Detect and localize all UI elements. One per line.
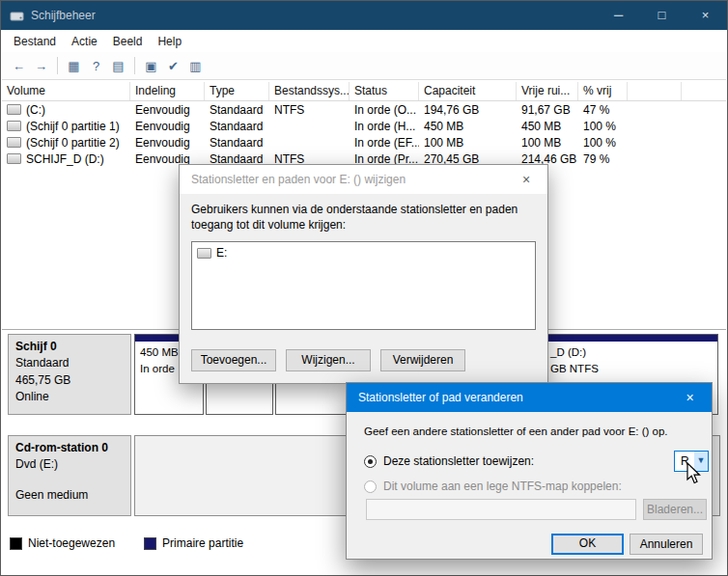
table-row[interactable]: (C:) Eenvoudig Standaard NTFS In orde (O… [2,101,726,118]
mount-path-input[interactable] [366,499,636,520]
cell-indeling: Eenvoudig [130,120,205,133]
cell-capaciteit: 450 MB [419,120,517,133]
minimize-button[interactable]: ─ [597,1,640,30]
toolbar-separator [134,57,135,74]
check-disk-icon[interactable]: ✔ [162,55,184,76]
column-header-vrije-ruimte[interactable]: Vrije rui... [517,82,578,100]
browse-button[interactable]: Bladeren... [643,499,707,520]
column-header-capaciteit[interactable]: Capaciteit [419,82,517,100]
drive-icon [7,121,21,131]
table-row[interactable]: (Schijf 0 partitie 2) Eenvoudig Standaar… [2,134,726,151]
menu-actie[interactable]: Actie [64,32,105,51]
action-icon[interactable]: ▣ [140,55,162,76]
legend-primary-partition: Primaire partitie [144,536,243,550]
cell-pct: 100 % [578,120,628,133]
cell-status: In orde (O... [350,103,419,117]
maximize-button[interactable]: □ [640,1,684,30]
mouse-cursor [686,462,704,490]
cell-pct: 100 % [578,136,628,150]
volume-name: (Schijf 0 partitie 2) [26,136,120,150]
list-item[interactable]: E: [194,244,533,261]
radio-assign-label: Deze stationsletter toewijzen: [383,454,534,468]
properties-icon[interactable]: ▥ [184,55,207,76]
disk-status: Online [15,389,124,405]
cell-vrij: 450 MB [517,120,578,133]
help-icon[interactable]: ? [85,55,107,76]
cell-vrij: 91,67 GB [517,103,578,117]
cell-capaciteit: 100 MB [419,136,517,150]
change-button[interactable]: Wijzigen... [286,349,371,371]
title-bar: Schijfbeheer ─ □ × [1,1,727,30]
column-header-type[interactable]: Type [205,82,269,100]
cell-vrij: 100 MB [517,136,578,150]
volume-name: SCHIJF_D (D:) [26,152,104,166]
column-header-volume[interactable]: Volume [2,82,130,100]
cell-indeling: Eenvoudig [130,136,205,150]
cdrom-kind: Dvd (E:) [15,456,124,473]
disk0-label-panel[interactable]: Schijf 0 Standaard 465,75 GB Online [8,334,131,415]
column-header-empty[interactable] [628,82,682,100]
column-header-pct-vrij[interactable]: % vrij [578,82,628,100]
table-row[interactable]: (Schijf 0 partitie 1) Eenvoudig Standaar… [2,118,726,134]
dialog-description: Geef een andere stationsletter of een an… [364,425,668,437]
cell-pct: 79 % [578,152,628,166]
dialog-title: Stationsletter en paden voor E: () wijzi… [191,173,406,186]
cancel-button[interactable]: Annuleren [630,534,703,555]
drive-letter-entry: E: [216,246,227,260]
volume-name: (Schijf 0 partitie 1) [26,120,120,133]
radio-mount-folder[interactable] [364,480,377,493]
dialog-title: Stationsletter of pad veranderen [358,391,523,404]
dialog-description: Gebruikers kunnen via de onderstaande st… [191,202,533,233]
close-icon[interactable]: × [668,383,712,412]
radio-mount-label: Dit volume aan een lege NTFS-map koppele… [383,480,622,493]
cell-status: In orde (EF... [350,136,419,150]
menu-beeld[interactable]: Beeld [105,32,151,51]
unallocated-swatch-icon [10,537,22,550]
mount-folder-option[interactable]: Dit volume aan een lege NTFS-map koppele… [364,480,622,493]
column-header-status[interactable]: Status [350,82,419,100]
menu-bar: Bestand Actie Beeld Help [2,30,726,52]
dialog-title-bar: Stationsletter en paden voor E: () wijzi… [180,165,547,194]
partition-info: GB NTFS [550,361,713,377]
radio-assign-letter[interactable] [364,455,377,468]
cell-indeling: Eenvoudig [130,103,205,117]
cell-type: Standaard [205,120,269,133]
assign-letter-option[interactable]: Deze stationsletter toewijzen: [364,454,534,468]
partition-label: _D (D:) [550,344,713,361]
drive-icon [7,104,21,115]
column-header-filler [682,82,726,100]
cdrom-status: Geen medium [15,487,124,504]
column-header-bestandssysteem[interactable]: Bestandssys... [269,82,350,100]
ok-button[interactable]: OK [551,534,624,555]
cell-pct: 47 % [578,103,628,117]
legend-unallocated: Niet-toegewezen [10,536,115,550]
cell-status: In orde (H... [350,120,419,133]
drive-letter-listbox[interactable]: E: [191,241,536,330]
disk-size: 465,75 GB [15,372,124,389]
menu-bestand[interactable]: Bestand [6,32,64,51]
toolbar-separator [57,57,58,74]
drive-icon [197,248,211,259]
volume-name: (C:) [26,103,45,117]
cdrom-label-panel[interactable]: Cd-rom-station 0 Dvd (E:) Geen medium [8,435,131,516]
add-button[interactable]: Toevoegen... [191,349,276,371]
change-letter-dialog: Stationsletter of pad veranderen × Geef … [346,382,713,560]
column-header-indeling[interactable]: Indeling [130,82,205,100]
drive-icon [7,137,21,148]
list-view-icon[interactable]: ▤ [107,55,129,76]
drive-icon [7,153,21,164]
menu-help[interactable]: Help [150,32,189,51]
toolbar: ← → ▦ ? ▤ ▣ ✔ ▥ [2,52,726,80]
console-tree-icon[interactable]: ▦ [63,55,85,76]
cell-fs: NTFS [269,103,350,117]
volume-table: Volume Indeling Type Bestandssys... Stat… [2,82,726,167]
app-icon [10,10,24,22]
remove-button[interactable]: Verwijderen [380,349,465,371]
cell-capaciteit: 194,76 GB [419,103,517,117]
drive-paths-dialog: Stationsletter en paden voor E: () wijzi… [179,164,548,384]
forward-icon[interactable]: → [30,55,52,76]
close-icon[interactable]: × [505,165,547,194]
cell-type: Standaard [205,136,269,150]
close-button[interactable]: × [684,1,727,30]
back-icon[interactable]: ← [8,55,30,76]
